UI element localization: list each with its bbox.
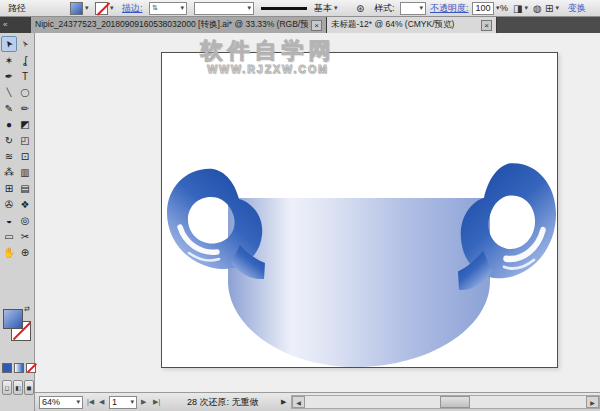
magic-wand-tool-icon: ✶: [5, 55, 13, 66]
close-icon[interactable]: ×: [311, 20, 322, 31]
eraser-tool-icon: ◩: [20, 119, 29, 130]
graphic-style-combo[interactable]: ▾: [400, 0, 426, 16]
blend-tool[interactable]: ❖: [17, 196, 33, 212]
width-profile-label: 基本: [314, 2, 332, 15]
direct-selection-tool[interactable]: ➢: [17, 36, 33, 52]
stroke-panel-link[interactable]: 描边:: [122, 0, 143, 16]
line-segment-tool[interactable]: ╲: [1, 84, 17, 100]
type-tool[interactable]: T: [17, 68, 33, 84]
opacity-value-combo[interactable]: 100 ▾: [472, 0, 500, 16]
align-options-button[interactable]: ⊞ ▾: [545, 0, 559, 16]
zoom-tool[interactable]: ⊕: [17, 244, 33, 260]
scroll-left-icon[interactable]: ◀: [292, 396, 305, 408]
opacity-unit-label: %: [500, 0, 508, 16]
blob-brush-tool[interactable]: ●: [1, 116, 17, 132]
slice-tool[interactable]: ✂: [17, 228, 33, 244]
artboard-number-value[interactable]: 1: [112, 397, 117, 407]
stroke-weight-spinner-icon[interactable]: ⇅: [152, 4, 158, 12]
pencil-tool[interactable]: ✏: [17, 100, 33, 116]
next-artboard-button[interactable]: ▶: [139, 393, 148, 411]
gradient-tool[interactable]: ▤: [17, 180, 33, 196]
eraser-tool[interactable]: ◩: [17, 116, 33, 132]
normal-screen-mode-button[interactable]: ◻: [2, 380, 12, 395]
chevron-down-icon: ▾: [247, 4, 251, 12]
document-tab-active[interactable]: 未标题-12* @ 64% (CMYK/预览) ×: [327, 17, 497, 33]
screen-mode-buttons: ◻◧◼: [2, 380, 34, 395]
pot-right-handle[interactable]: [458, 163, 556, 290]
opacity-value[interactable]: 100: [475, 3, 490, 13]
full-screen-mode-button[interactable]: ◼: [24, 380, 34, 395]
fill-color-dropdown[interactable]: ▾: [70, 0, 89, 16]
stroke-none-swatch[interactable]: [95, 2, 108, 15]
status-flyout-icon[interactable]: ▶: [281, 393, 286, 411]
warp-tool[interactable]: ≋: [1, 148, 17, 164]
opacity-panel-link[interactable]: 不透明度:: [430, 0, 469, 16]
eyedropper-tool[interactable]: ✇: [1, 196, 17, 212]
chevron-down-icon: ▾: [76, 398, 80, 406]
pen-tool-icon: ✒: [5, 71, 13, 82]
pot-artwork[interactable]: [162, 53, 559, 369]
chevron-down-icon: ▾: [496, 4, 500, 12]
tool-grid: ➤➢✶ʆ✒T╲◯✎✏●◩↻◰≋⊡⁂▥⊞▤✇❖◒◎▭✂✋⊕: [1, 36, 34, 260]
artboard[interactable]: [161, 52, 558, 368]
lasso-tool[interactable]: ʆ: [17, 52, 33, 68]
control-bar: 路径 ▾ ▾ 描边: ⇅ ▾ ▾ 基本 ▾ ⊛: [0, 0, 600, 17]
scale-tool[interactable]: ◰: [17, 132, 33, 148]
variable-width-profile-combo[interactable]: 基本 ▾: [261, 0, 338, 16]
scrollbar-thumb[interactable]: [440, 396, 470, 408]
document-tab-label: Nipic_24377523_20180909160538032000 [转换]…: [35, 19, 308, 31]
direct-selection-tool-icon: ➢: [19, 38, 32, 50]
pen-tool[interactable]: ✒: [1, 68, 17, 84]
selection-tool[interactable]: ➤: [1, 36, 17, 52]
status-readout: 28 次还原: 无重做: [187, 393, 259, 411]
mesh-tool[interactable]: ⊞: [1, 180, 17, 196]
first-artboard-button[interactable]: |◀: [85, 393, 96, 411]
free-transform-tool[interactable]: ⊡: [17, 148, 33, 164]
opacity-ball-button[interactable]: ◍: [533, 0, 542, 16]
stroke-weight-combo[interactable]: ⇅ ▾: [149, 0, 187, 16]
transform-panel-link[interactable]: 变换: [568, 0, 586, 16]
artboard-number-combo[interactable]: 1 ▾: [109, 393, 137, 411]
scroll-right-icon[interactable]: ▶: [586, 396, 599, 408]
eyedropper-tool-icon: ✇: [5, 199, 13, 210]
toolbar-dock-collapse[interactable]: «: [0, 17, 31, 33]
horizontal-scrollbar[interactable]: ◀ ▶: [291, 395, 600, 409]
document-canvas-area[interactable]: 软件自学网 WWW.RJZXW.COM: [35, 33, 600, 392]
fill-color-swatch[interactable]: [70, 2, 83, 15]
zoom-level-combo[interactable]: 64% ▾: [39, 393, 83, 411]
color-mode-button[interactable]: [2, 363, 12, 373]
artboard-tool-icon: ▭: [4, 231, 13, 242]
column-graph-tool[interactable]: ▥: [17, 164, 33, 180]
symbol-sprayer-tool[interactable]: ⁂: [1, 164, 17, 180]
magic-wand-tool[interactable]: ✶: [1, 52, 17, 68]
document-tab-label: 未标题-12* @ 64% (CMYK/预览): [331, 19, 478, 31]
swap-fill-stroke-icon[interactable]: ⇄: [24, 305, 30, 313]
live-paint-selection-tool[interactable]: ◎: [17, 212, 33, 228]
artboard-tool[interactable]: ▭: [1, 228, 17, 244]
mask-icon: ◨: [513, 3, 522, 14]
last-artboard-button[interactable]: ▶|: [151, 393, 162, 411]
shape-tool[interactable]: ◯: [17, 84, 33, 100]
opacity-mask-button[interactable]: ◨ ▾: [513, 0, 528, 16]
previous-artboard-button[interactable]: ◀: [97, 393, 106, 411]
document-tab-inactive[interactable]: Nipic_24377523_20180909160538032000 [转换]…: [31, 17, 327, 33]
close-icon[interactable]: ×: [481, 20, 492, 31]
opacity-ball-icon: ◍: [533, 3, 542, 14]
fill-indicator-swatch[interactable]: [3, 309, 23, 329]
recolor-artwork-button[interactable]: ⊛: [356, 0, 364, 16]
recolor-icon: ⊛: [356, 3, 364, 14]
paintbrush-tool-icon: ✎: [5, 103, 13, 114]
pot-left-handle[interactable]: [167, 169, 265, 279]
hand-tool[interactable]: ✋: [1, 244, 17, 260]
zoom-level-value[interactable]: 64%: [42, 397, 60, 407]
none-mode-button[interactable]: [26, 363, 36, 373]
rotate-tool[interactable]: ↻: [1, 132, 17, 148]
brush-definition-combo[interactable]: ▾: [194, 0, 254, 16]
pot-body[interactable]: [228, 198, 490, 367]
gradient-mode-button[interactable]: [14, 363, 24, 373]
column-graph-tool-icon: ▥: [20, 167, 29, 178]
stroke-color-dropdown[interactable]: ▾: [95, 0, 114, 16]
live-paint-bucket-tool[interactable]: ◒: [1, 212, 17, 228]
full-screen-menu-mode-button[interactable]: ◧: [13, 380, 23, 395]
paintbrush-tool[interactable]: ✎: [1, 100, 17, 116]
